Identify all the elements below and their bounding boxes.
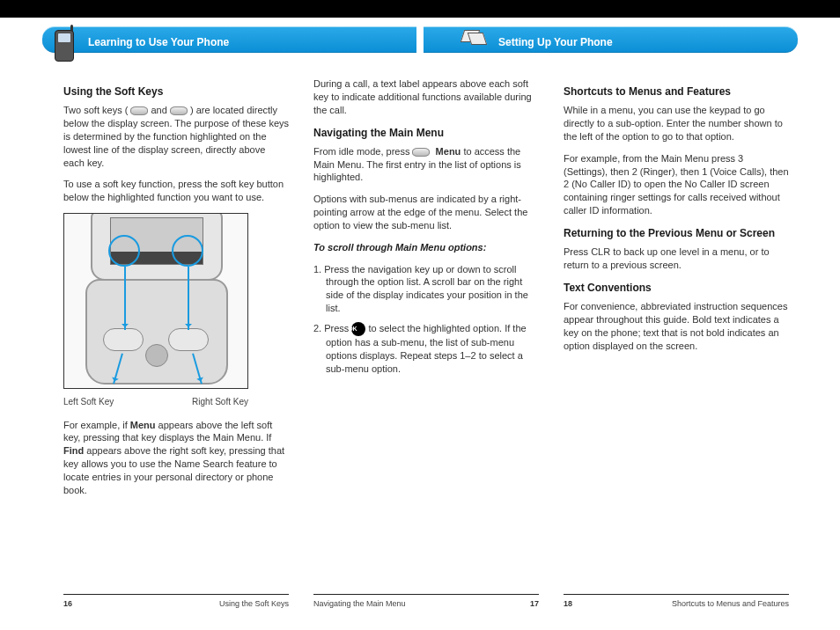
footer-col-2: Navigating the Main Menu 17 [313, 594, 539, 609]
col1-paragraph-1: Two soft keys ( and ) are located direct… [63, 104, 289, 169]
col3-paragraph-3: Press CLR to back up one level in a menu… [564, 245, 789, 272]
footer-title: Shortcuts to Menus and Features [672, 598, 789, 609]
col3-heading-1: Shortcuts to Menus and Features [564, 84, 789, 99]
col3-heading-2: Returning to the Previous Menu or Screen [564, 226, 789, 240]
left-softkey-icon [412, 148, 430, 157]
step-2: 2. Press OK to select the highlighted op… [313, 322, 539, 376]
header-white-strip [0, 18, 840, 26]
col3-paragraph-1: While in a menu, you can use the keypad … [564, 104, 789, 143]
col2-paragraph-2: From idle mode, press Menu to access the… [313, 145, 539, 185]
footer-title: Navigating the Main Menu [313, 598, 406, 609]
caption-right-softkey: Right Soft Key [192, 396, 248, 408]
page-number: 16 [63, 598, 72, 609]
page-footer: 16 Using the Soft Keys Navigating the Ma… [0, 594, 840, 609]
page-header: Learning to Use Your Phone Setting Up Yo… [0, 0, 840, 62]
page-number: 17 [530, 598, 539, 609]
column-2: During a call, a text label appears abov… [313, 77, 539, 506]
open-book-icon [462, 30, 487, 49]
ok-button-icon: OK [351, 322, 365, 336]
right-softkey-icon [170, 106, 188, 115]
header-title-right: Setting Up Your Phone [498, 35, 613, 49]
col3-paragraph-4: For convenience, abbreviated instruction… [564, 300, 789, 352]
col3-heading-3: Text Conventions [564, 281, 789, 295]
column-3: Shortcuts to Menus and Features While in… [564, 77, 789, 506]
col1-paragraph-3: For example, if Menu appears above the l… [63, 419, 289, 497]
flip-phone-icon [49, 25, 81, 63]
header-title-left: Learning to Use Your Phone [88, 35, 229, 49]
col2-steps: 1. Press the navigation key up or down t… [313, 263, 539, 376]
header-black-strip [0, 0, 840, 18]
phone-illustration: Menu Find [63, 213, 248, 389]
col3-paragraph-2: For example, from the Main Menu press 3 … [564, 152, 789, 217]
col1-paragraph-2: To use a soft key function, press the so… [63, 178, 289, 204]
col2-paragraph-1: During a call, a text label appears abov… [313, 77, 539, 117]
col2-paragraph-3: Options with sub-menus are indicated by … [313, 193, 539, 232]
col2-subheading: To scroll through Main Menu options: [313, 241, 539, 254]
col2-heading: Navigating the Main Menu [313, 126, 539, 140]
footer-title: Using the Soft Keys [219, 598, 289, 609]
illustration-caption: Left Soft Key Right Soft Key [63, 396, 248, 408]
caption-left-softkey: Left Soft Key [63, 396, 114, 408]
left-softkey-icon [130, 106, 148, 115]
footer-col-3: 18 Shortcuts to Menus and Features [564, 594, 789, 609]
footer-col-1: 16 Using the Soft Keys [63, 594, 289, 609]
content-columns: Using the Soft Keys Two soft keys ( and … [0, 62, 840, 506]
col1-heading: Using the Soft Keys [63, 84, 289, 99]
column-1: Using the Soft Keys Two soft keys ( and … [63, 77, 289, 506]
step-1: 1. Press the navigation key up or down t… [313, 263, 539, 315]
page-number: 18 [564, 598, 572, 609]
